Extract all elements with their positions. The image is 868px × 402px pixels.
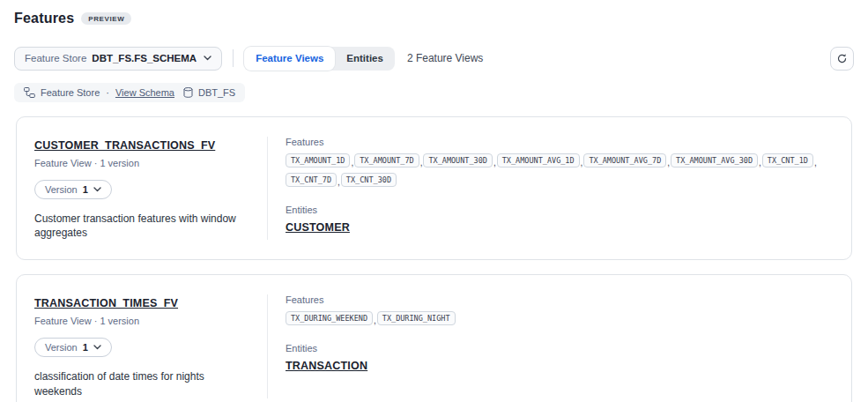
chip-separator: ,: [374, 316, 376, 325]
schema-icon: [24, 87, 35, 98]
version-label: Version: [45, 342, 78, 353]
chevron-down-icon: [93, 187, 101, 192]
feature-chip: TX_AMOUNT_AVG_30D: [671, 153, 758, 168]
entities-section-label: Entities: [286, 343, 834, 354]
feature-view-description: classification of date times for nights …: [34, 369, 253, 398]
features-section-label: Features: [286, 294, 834, 305]
breadcrumb-separator: ·: [106, 87, 109, 98]
version-dropdown[interactable]: Version 1: [34, 180, 112, 199]
features-page: Features PREVIEW Feature Store DBT_FS.FS…: [0, 0, 868, 402]
feature-view-subtitle: Feature View · 1 version: [34, 158, 253, 168]
preview-badge: PREVIEW: [81, 12, 131, 25]
toolbar-divider: [233, 49, 234, 67]
feature-chip: TX_CNT_1D: [762, 153, 813, 168]
version-label: Version: [45, 184, 78, 195]
feature-chip-list: TX_AMOUNT_1D,TX_AMOUNT_7D,TX_AMOUNT_30D,…: [286, 153, 834, 187]
feature-chip: TX_DURING_NIGHT: [377, 311, 456, 325]
version-value: 1: [83, 342, 88, 353]
chip-separator: ,: [667, 158, 670, 168]
feature-chip-list: TX_DURING_WEEKEND,TX_DURING_NIGHT: [286, 311, 834, 325]
features-section-label: Features: [286, 137, 834, 147]
entity-link[interactable]: TRANSACTION: [286, 360, 367, 372]
feature-chip: TX_AMOUNT_30D: [423, 153, 493, 168]
feature-store-dropdown[interactable]: Feature Store DBT_FS.FS_SCHEMA: [14, 47, 222, 71]
page-header: Features PREVIEW: [14, 11, 854, 26]
feature-view-subtitle: Feature View · 1 version: [34, 316, 253, 326]
chevron-down-icon: [204, 56, 211, 61]
chevron-down-icon: [93, 345, 101, 350]
refresh-icon: [836, 53, 848, 64]
entities-section-label: Entities: [286, 205, 834, 215]
feature-chip: TX_AMOUNT_AVG_1D: [497, 153, 580, 168]
chip-separator: ,: [814, 158, 817, 168]
feature-views-count: 2 Feature Views: [407, 52, 484, 64]
entity-link[interactable]: CUSTOMER: [286, 221, 350, 234]
chip-separator: ,: [581, 158, 583, 168]
feature-store-label: Feature Store: [25, 53, 86, 63]
chip-separator: ,: [493, 158, 496, 168]
feature-view-card: CUSTOMER_TRANSACTIONS_FV Feature View · …: [16, 116, 852, 260]
toolbar: Feature Store DBT_FS.FS_SCHEMA Feature V…: [14, 46, 854, 71]
view-tabs: Feature Views Entities: [244, 47, 395, 71]
tab-feature-views[interactable]: Feature Views: [244, 47, 335, 71]
refresh-button[interactable]: [830, 47, 854, 71]
breadcrumb-database-name: DBT_FS: [198, 87, 235, 98]
feature-view-description: Customer transaction features with windo…: [34, 212, 253, 240]
card-detail-column: Features TX_DURING_WEEKEND,TX_DURING_NIG…: [268, 294, 834, 398]
feature-chip: TX_AMOUNT_AVG_7D: [583, 153, 666, 168]
card-detail-column: Features TX_AMOUNT_1D,TX_AMOUNT_7D,TX_AM…: [268, 137, 834, 240]
view-schema-link[interactable]: View Schema: [115, 87, 174, 98]
version-dropdown[interactable]: Version 1: [34, 338, 112, 357]
chip-separator: ,: [759, 158, 761, 168]
page-title: Features: [14, 11, 74, 26]
feature-view-title-link[interactable]: TRANSACTION_TIMES_FV: [34, 297, 178, 309]
feature-chip: TX_AMOUNT_1D: [286, 153, 350, 168]
feature-chip: TX_CNT_30D: [341, 173, 397, 187]
feature-chip: TX_DURING_WEEKEND: [286, 311, 373, 325]
breadcrumb: Feature Store · View Schema DBT_FS: [14, 83, 245, 102]
chip-separator: ,: [338, 177, 340, 187]
feature-view-card: TRANSACTION_TIMES_FV Feature View · 1 ve…: [16, 274, 852, 402]
card-info-column: TRANSACTION_TIMES_FV Feature View · 1 ve…: [34, 294, 268, 398]
feature-chip: TX_CNT_7D: [286, 173, 337, 187]
card-info-column: CUSTOMER_TRANSACTIONS_FV Feature View · …: [34, 137, 268, 240]
tab-entities[interactable]: Entities: [335, 47, 395, 71]
feature-store-value: DBT_FS.FS_SCHEMA: [92, 53, 197, 63]
chip-separator: ,: [351, 158, 353, 168]
feature-view-title-link[interactable]: CUSTOMER_TRANSACTIONS_FV: [34, 139, 215, 152]
breadcrumb-store-label: Feature Store: [41, 87, 100, 98]
chip-separator: ,: [420, 158, 423, 168]
version-value: 1: [83, 184, 88, 195]
feature-chip: TX_AMOUNT_7D: [354, 153, 419, 168]
database-icon: [183, 87, 193, 98]
